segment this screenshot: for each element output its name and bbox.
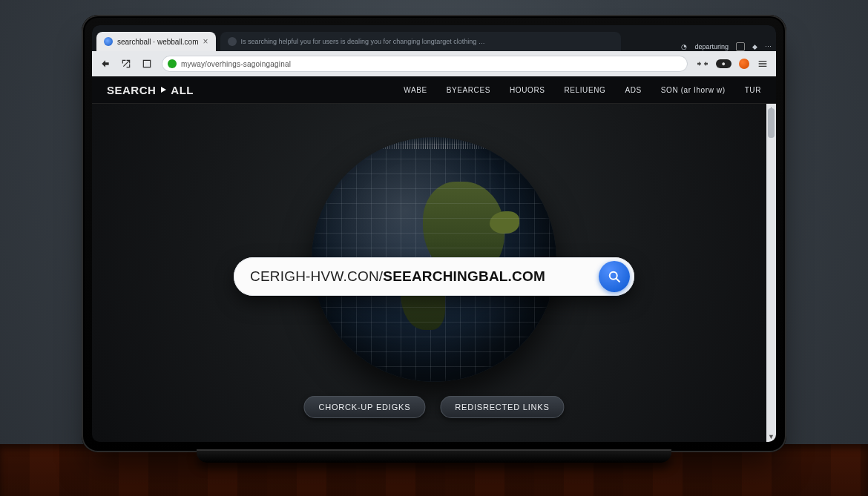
nav-item-reliueng[interactable]: RELIUENG xyxy=(564,86,605,94)
brand-play-icon xyxy=(159,85,168,94)
tabstrip-toolbar: ◔ departuring ◆ ⋯ xyxy=(681,42,772,51)
toolbar-avatar-icon[interactable]: ◔ xyxy=(681,43,687,50)
svg-point-0 xyxy=(610,271,617,279)
counter-badge[interactable]: ● xyxy=(716,59,731,68)
pill-chorck-up[interactable]: CHORCK-UP EDIGKS xyxy=(303,396,425,418)
pill-redirected-links[interactable]: REDISRECTED LINKS xyxy=(440,396,564,418)
site-header: SEARCH ALL WABE BYEARCES HOUORS RELIUENG… xyxy=(92,76,776,104)
tab-title: Is searching helpful you for users is de… xyxy=(241,38,485,45)
brand-logo[interactable]: SEARCH ALL xyxy=(107,84,194,96)
nav-back-icon[interactable] xyxy=(99,58,111,70)
screen: searchball · webball.com × Is searching … xyxy=(92,25,776,442)
browser-tab-background[interactable]: Is searching helpful you for users is de… xyxy=(220,32,621,51)
toolbar-square-icon[interactable] xyxy=(736,42,745,51)
browser-tab-active[interactable]: searchball · webball.com × xyxy=(96,32,216,51)
tab-title: searchball · webball.com xyxy=(117,38,199,46)
search-main: SEEARCHINGBAL.COM xyxy=(383,268,545,284)
action-pill-row: CHORCK-UP EDIGKS REDISRECTED LINKS xyxy=(303,396,564,418)
url-input[interactable]: myway/overhings-sagoingaginal xyxy=(162,56,688,72)
page-scrollbar[interactable]: ▲ ▼ xyxy=(766,104,776,442)
nav-item-son[interactable]: SON (ar Ihorw w) xyxy=(661,86,726,94)
page-favicon-icon xyxy=(228,37,237,46)
search-icon xyxy=(607,269,622,284)
search-text: CERIGH-HVW.CON/SEEARCHINGBAL.COM xyxy=(250,268,599,285)
brand-text-suffix: ALL xyxy=(171,84,194,96)
browser-menu-icon[interactable] xyxy=(757,58,769,70)
nav-item-ads[interactable]: ADS xyxy=(625,86,641,94)
scroll-thumb[interactable] xyxy=(768,108,775,138)
toolbar-text: departuring xyxy=(694,43,729,50)
nav-item-tur[interactable]: TUR xyxy=(745,86,761,94)
toolbar-diamond-icon[interactable]: ◆ xyxy=(752,43,757,50)
nav-open-icon[interactable] xyxy=(120,58,132,70)
svg-line-1 xyxy=(617,278,620,282)
nav-item-houors[interactable]: HOUORS xyxy=(510,86,545,94)
browser-address-bar: myway/overhings-sagoingaginal ● xyxy=(92,51,776,76)
secure-lock-icon xyxy=(168,59,177,68)
globe-favicon-icon xyxy=(104,37,113,46)
scroll-down-icon[interactable]: ▼ xyxy=(766,431,776,442)
laptop-hinge xyxy=(197,449,671,463)
extension-icon[interactable] xyxy=(697,58,708,70)
profile-avatar-icon[interactable] xyxy=(739,59,749,69)
browser-tabstrip: searchball · webball.com × Is searching … xyxy=(92,25,776,51)
toolbar-dots-icon[interactable]: ⋯ xyxy=(765,43,772,50)
nav-item-byearces[interactable]: BYEARCES xyxy=(447,86,490,94)
nav-stop-icon[interactable] xyxy=(141,58,153,70)
search-button[interactable] xyxy=(599,261,630,292)
brand-text-prefix: SEARCH xyxy=(107,84,156,96)
search-prefix: CERIGH-HVW.CON/ xyxy=(250,268,383,284)
main-search-bar[interactable]: CERIGH-HVW.CON/SEEARCHINGBAL.COM xyxy=(234,257,634,296)
nav-item-wabe[interactable]: WABE xyxy=(404,86,427,94)
page-body: CERIGH-HVW.CON/SEEARCHINGBAL.COM CHORCK-… xyxy=(92,104,776,442)
laptop-frame: searchball · webball.com × Is searching … xyxy=(82,15,786,452)
url-text: myway/overhings-sagoingaginal xyxy=(181,60,291,68)
close-tab-icon[interactable]: × xyxy=(203,36,208,47)
